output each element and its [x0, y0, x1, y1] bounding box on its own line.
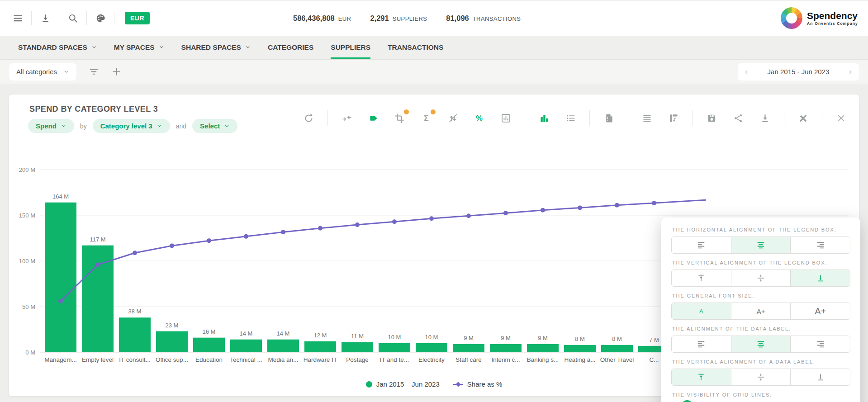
currency-badge[interactable]: EUR [125, 12, 150, 24]
share-line-point[interactable] [58, 299, 63, 303]
merge-arrows-button[interactable] [339, 110, 354, 126]
tab-suppliers[interactable]: SUPPLIERS [331, 36, 370, 59]
bar-chart-button[interactable] [536, 110, 552, 126]
share-line-point[interactable] [578, 205, 582, 210]
share-line-point[interactable] [95, 262, 100, 267]
share-line-point[interactable] [318, 226, 323, 231]
theme-button[interactable] [91, 9, 110, 28]
app-root: EUR 586,436,808EUR2,291SUPPLIERS81,096TR… [0, 0, 868, 402]
align-center-button[interactable] [731, 336, 791, 352]
bar[interactable] [416, 343, 447, 352]
align-bottom-button[interactable] [790, 369, 850, 385]
logo-ring-icon [781, 7, 802, 29]
bar[interactable] [119, 317, 151, 352]
download-button[interactable] [757, 110, 773, 126]
share-button[interactable] [730, 110, 746, 126]
stat-item: 81,096TRANSACTIONS [446, 14, 521, 23]
share-line-point[interactable] [133, 251, 137, 255]
align-top-button[interactable] [672, 270, 731, 286]
font-large-button[interactable]: A+ [790, 303, 850, 319]
bar[interactable] [527, 344, 559, 352]
bar[interactable] [45, 203, 76, 352]
dimension-dropdown[interactable]: Category level 3 [93, 119, 170, 133]
menu-button[interactable] [8, 9, 27, 28]
align-middle-button[interactable] [731, 369, 791, 385]
pivot-button[interactable] [666, 110, 681, 126]
align-right-button[interactable] [790, 336, 850, 352]
filter-button[interactable] [89, 66, 99, 77]
bar[interactable] [379, 343, 410, 352]
close-button[interactable] [834, 110, 849, 126]
share-line-point[interactable] [392, 219, 397, 224]
tab-standard-spaces[interactable]: STANDARD SPACES [18, 36, 97, 59]
align-center-button[interactable] [731, 237, 791, 253]
share-line-point[interactable] [652, 201, 656, 205]
align-top-button[interactable] [672, 369, 731, 385]
share-line-point[interactable] [244, 234, 248, 239]
list-view-button[interactable] [563, 110, 579, 126]
measure-dropdown[interactable]: Spend [28, 119, 74, 133]
tab-transactions[interactable]: TRANSACTIONS [388, 36, 443, 59]
bar[interactable] [490, 344, 522, 352]
tools-icon [798, 113, 808, 123]
share-line-point[interactable] [615, 203, 619, 208]
share-line-point[interactable] [355, 222, 360, 227]
bar[interactable] [601, 345, 633, 352]
divider [59, 11, 59, 25]
sigma-button[interactable]: Σ [419, 110, 434, 126]
share-line-point[interactable] [207, 238, 211, 243]
share-line-point[interactable] [466, 213, 471, 218]
next-period-button[interactable]: › [842, 67, 859, 76]
align-bottom-button[interactable] [790, 270, 850, 286]
font-small-button[interactable]: A [672, 303, 731, 319]
chart-frame-button[interactable] [498, 110, 514, 126]
chevron-down-icon [157, 123, 162, 129]
align-left-button[interactable] [672, 237, 731, 253]
align-right-button[interactable] [790, 237, 850, 253]
bar[interactable] [156, 331, 188, 352]
align-left-button[interactable] [672, 336, 731, 352]
share-line-point[interactable] [281, 230, 285, 234]
refresh-button[interactable] [301, 110, 316, 126]
previous-period-button[interactable]: ‹ [738, 67, 755, 76]
category-filter-dropdown[interactable]: All categories [9, 63, 76, 80]
align-middle-button[interactable] [731, 270, 791, 286]
bar[interactable] [304, 341, 336, 352]
share-icon [733, 113, 744, 123]
search-button[interactable] [63, 9, 82, 28]
bar[interactable] [230, 340, 262, 352]
tab-my-spaces[interactable]: MY SPACES [114, 36, 164, 59]
rows-button[interactable] [640, 110, 655, 126]
share-line-point[interactable] [541, 208, 545, 213]
bar[interactable] [267, 340, 299, 352]
bar[interactable] [453, 344, 484, 352]
no-sort-button[interactable] [445, 110, 460, 126]
bar[interactable] [564, 345, 596, 352]
bar[interactable] [193, 338, 225, 352]
tab-shared-spaces[interactable]: SHARED SPACES [181, 36, 251, 59]
report-file-button[interactable] [601, 110, 617, 126]
percent-button[interactable]: % [472, 110, 487, 126]
tools-button[interactable] [795, 110, 811, 126]
secondary-label: Select [200, 122, 220, 130]
add-filter-button[interactable] [111, 66, 122, 77]
export-button[interactable] [36, 9, 55, 28]
bar[interactable] [342, 342, 373, 352]
secondary-dimension-dropdown[interactable]: Select [192, 119, 237, 133]
tab-categories[interactable]: CATEGORIES [268, 36, 313, 59]
stat-value: 586,436,808 [293, 14, 335, 23]
share-line-point[interactable] [429, 216, 434, 221]
setting-label: THE ALIGNMENT OF THE DATA LABEL. [672, 326, 850, 331]
report-file-icon [604, 113, 614, 123]
align-center-icon [756, 339, 766, 349]
tag-button[interactable] [365, 110, 381, 126]
legend-item[interactable]: Jan 2015 – Jun 2023 [366, 380, 440, 388]
share-line-point[interactable] [170, 243, 174, 248]
share-line-point[interactable] [503, 211, 508, 215]
crop-button[interactable] [392, 110, 408, 126]
legend-item[interactable]: Share as % [453, 380, 503, 388]
save-button[interactable] [704, 110, 720, 126]
chevron-down-icon [91, 43, 97, 52]
align-top-icon [696, 372, 706, 382]
font-medium-button[interactable]: A+ [731, 303, 791, 319]
